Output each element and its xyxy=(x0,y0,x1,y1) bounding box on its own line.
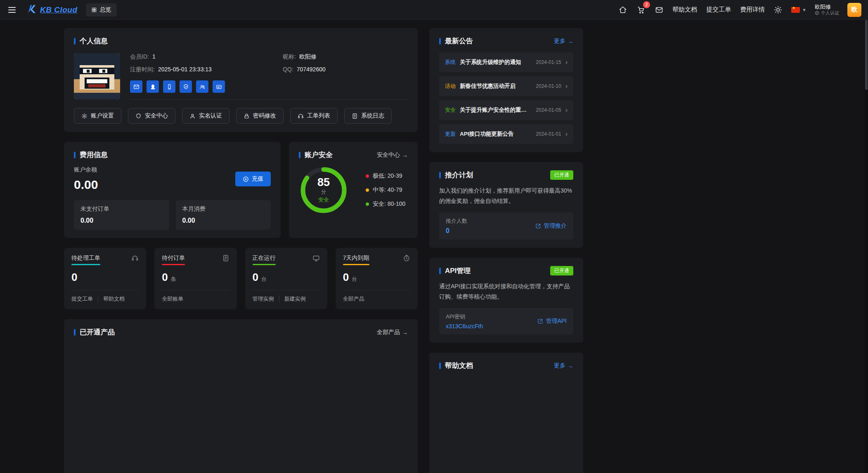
profile-actions: 账户设置 安全中心 实名认证 密码修改 工单列表 xyxy=(74,108,408,124)
stat-value: 0 xyxy=(253,271,258,284)
mail-icon[interactable] xyxy=(654,5,664,15)
account-settings-button[interactable]: 账户设置 xyxy=(74,108,121,124)
referral-count-label: 推介人数 xyxy=(446,217,467,225)
cn-flag-icon: ★ xyxy=(791,7,800,13)
shield-icon xyxy=(135,113,142,119)
security-center-button[interactable]: 安全中心 xyxy=(128,108,175,124)
submit-ticket-link[interactable]: 提交工单 xyxy=(71,295,93,303)
lock-icon xyxy=(244,113,250,119)
change-password-button[interactable]: 密码修改 xyxy=(236,108,284,124)
nickname-value: 欧阳修 xyxy=(299,53,317,60)
announcement-item[interactable]: 系统 关于系统升级维护的通知 2024-01-15 › xyxy=(439,52,573,72)
mail-bind-icon[interactable] xyxy=(130,80,142,93)
security-score-unit: 分 xyxy=(321,188,326,195)
system-log-button[interactable]: 系统日志 xyxy=(344,108,392,124)
chevron-right-icon: › xyxy=(565,59,568,66)
security-legend: 极低: 20-39 中等: 40-79 安全: 80-100 xyxy=(366,172,405,208)
home-icon[interactable] xyxy=(618,5,628,15)
manage-api-link[interactable]: 管理API xyxy=(537,318,567,325)
unpaid-orders-box: 未支付订单 0.00 xyxy=(74,200,169,230)
title-accent xyxy=(74,38,76,45)
plus-circle-icon xyxy=(243,176,249,182)
announcement-list: 系统 关于系统升级维护的通知 2024-01-15 › 活动 新春佳节优惠活动开… xyxy=(439,52,573,144)
user-name: 欧阳修 xyxy=(815,4,839,10)
page-scrollbar[interactable] xyxy=(865,0,868,473)
announcement-title: 新春佳节优惠活动开启 xyxy=(460,82,532,90)
nav-link-submit-ticket[interactable]: 提交工单 xyxy=(706,6,731,14)
help-title: 帮助文档 xyxy=(445,361,473,370)
idcard-icon[interactable] xyxy=(213,80,225,93)
legend-item: 中等: 40-79 xyxy=(366,186,405,194)
referral-count-value: 0 xyxy=(446,227,467,235)
manage-referral-link[interactable]: 管理推介 xyxy=(535,222,567,230)
security-score: 85 xyxy=(317,176,330,189)
help-more-link[interactable]: 更多→ xyxy=(554,362,573,369)
api-key-value: x313C6uzcFth xyxy=(446,323,483,329)
help-docs-link[interactable]: 帮助文档 xyxy=(98,295,125,303)
title-accent xyxy=(439,362,441,369)
stat-title: 7天内到期 xyxy=(343,254,369,265)
stat-title: 待付订单 xyxy=(162,254,185,265)
realname-verify-icon[interactable] xyxy=(180,80,192,93)
new-instance-link[interactable]: 新建实例 xyxy=(279,295,306,303)
announcement-title: 关于系统升级维护的通知 xyxy=(460,59,532,66)
cart-icon[interactable]: 2 xyxy=(636,5,646,15)
announcement-item[interactable]: 安全 关于提升账户安全性的重要通知 2024-01-05 › xyxy=(439,100,573,120)
title-accent xyxy=(299,152,300,158)
announcement-tag: 安全 xyxy=(445,106,456,114)
announcement-date: 2024-01-10 xyxy=(536,83,561,89)
ticket-list-button[interactable]: 工单列表 xyxy=(290,108,338,124)
nav-link-fee-details[interactable]: 费用详情 xyxy=(740,6,765,14)
nav-links: 帮助文档 提交工单 费用详情 xyxy=(672,6,765,14)
theme-sun-icon[interactable] xyxy=(773,5,783,15)
all-products-link[interactable]: 全部产品→ xyxy=(377,329,408,336)
log-icon xyxy=(352,113,358,119)
menu-toggle-button[interactable] xyxy=(6,5,18,15)
title-accent xyxy=(439,172,441,179)
announcement-item[interactable]: 更新 API接口功能更新公告 2024-01-01 › xyxy=(439,124,573,144)
scrollbar-thumb[interactable] xyxy=(865,20,868,90)
balance-label: 账户余额 xyxy=(74,166,98,174)
group-icon[interactable] xyxy=(196,80,208,93)
user-avatar[interactable]: 欧 xyxy=(847,3,861,17)
recharge-button[interactable]: 充值 xyxy=(235,172,271,186)
announcement-date: 2024-01-05 xyxy=(536,107,561,113)
arrow-right-icon: → xyxy=(402,329,408,336)
external-link-icon xyxy=(535,223,541,229)
manage-instances-link[interactable]: 管理实例 xyxy=(253,295,274,303)
title-accent xyxy=(74,329,76,336)
server-icon xyxy=(312,254,320,262)
overview-button[interactable]: 总览 xyxy=(86,3,117,16)
register-time-value: 2025-05-01 23:33:13 xyxy=(158,66,212,73)
legend-dot-low xyxy=(366,174,369,178)
user-menu[interactable]: 欧阳修 个人认证 xyxy=(815,4,839,16)
api-key-box: API密钥 x313C6uzcFth 管理API xyxy=(439,308,573,334)
announcement-item[interactable]: 活动 新春佳节优惠活动开启 2024-01-10 › xyxy=(439,76,573,96)
security-score-gauge: 85 分 安全 xyxy=(299,165,348,215)
language-selector[interactable]: ★ ▼ xyxy=(791,7,807,13)
headset-icon xyxy=(298,113,304,119)
api-key-label: API密钥 xyxy=(446,313,483,320)
brand-logo[interactable]: KB Cloud xyxy=(26,4,78,16)
nav-link-help-docs[interactable]: 帮助文档 xyxy=(672,6,697,14)
all-products-link[interactable]: 全部产品 xyxy=(343,295,364,303)
realname-auth-button[interactable]: 实名认证 xyxy=(182,108,229,124)
all-bills-link[interactable]: 全部账单 xyxy=(162,295,183,303)
chevron-right-icon: › xyxy=(565,130,568,138)
chevron-right-icon: › xyxy=(565,106,568,114)
referral-title: 推介计划 xyxy=(445,170,473,180)
overview-label: 总览 xyxy=(100,6,111,14)
profile-card: 个人信息 xyxy=(64,28,418,132)
arrow-right-icon: → xyxy=(402,152,408,158)
announcements-more-link[interactable]: 更多→ xyxy=(554,38,573,45)
legend-dot-medium xyxy=(366,188,369,192)
title-accent xyxy=(439,38,441,45)
referral-card: 推介计划 已开通 加入我们的推介计划，推荐新用户即可获得最高30%的佣金奖励，佣… xyxy=(429,162,583,248)
phone-bind-icon[interactable] xyxy=(163,80,175,93)
activated-products-card: 已开通产品 全部产品→ xyxy=(64,319,418,473)
qq-bind-icon[interactable] xyxy=(147,80,159,93)
member-id-row: 会员ID:1 xyxy=(130,53,266,61)
security-center-link[interactable]: 安全中心→ xyxy=(377,151,408,159)
api-title: API管理 xyxy=(445,266,471,275)
profile-avatar xyxy=(74,53,120,99)
